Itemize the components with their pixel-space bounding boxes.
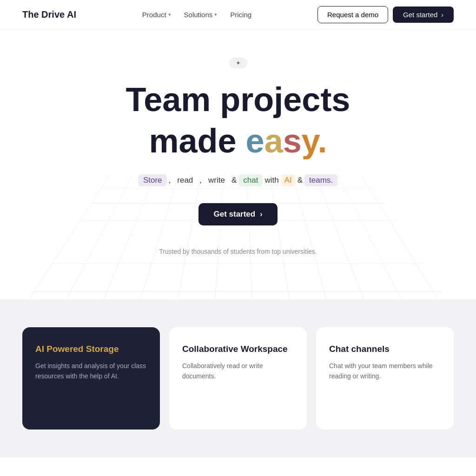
tag-teams: teams. xyxy=(304,174,337,186)
features-section: AI Powered Storage Get insights and anal… xyxy=(0,299,476,457)
feature-desc-chat: Chat with your team members while readin… xyxy=(329,361,441,382)
feature-card-ai-storage: AI Powered Storage Get insights and anal… xyxy=(22,327,160,430)
feature-title-collab: Collaborative Workspace xyxy=(182,344,294,354)
feature-card-collab: Collaborative Workspace Collaboratively … xyxy=(169,327,307,430)
get-started-nav-label: Get started xyxy=(403,11,437,19)
tag-ai: AI xyxy=(281,174,296,186)
hero-word-made: made xyxy=(149,122,246,159)
features-grid: AI Powered Storage Get insights and anal… xyxy=(22,327,454,430)
solutions-label: Solutions xyxy=(184,11,213,19)
tag-write: write xyxy=(204,174,230,186)
hero-section: ✦ Team projects made easy. Store , read … xyxy=(0,30,476,299)
hero-title-line2: made easy. xyxy=(9,122,467,160)
tag-with: with xyxy=(264,176,278,185)
tag-comma1: , xyxy=(169,176,171,185)
hero-tags: Store , read , write & chat with AI & te… xyxy=(9,174,467,186)
nav-actions: Request a demo Get started › xyxy=(317,6,454,23)
product-chevron-icon: ▾ xyxy=(168,12,171,18)
get-started-nav-button[interactable]: Get started › xyxy=(393,7,454,23)
feature-card-chat: Chat channels Chat with your team member… xyxy=(316,327,454,430)
tag-amp1: & xyxy=(231,176,237,185)
trust-text: Trusted by thousands of students from to… xyxy=(9,248,467,255)
product-nav-item[interactable]: Product ▾ xyxy=(138,8,176,21)
solutions-nav-item[interactable]: Solutions ▾ xyxy=(179,8,222,21)
tag-comma2: , xyxy=(199,176,202,185)
nav-links: Product ▾ Solutions ▾ Pricing xyxy=(138,8,256,21)
hero-cta-button[interactable]: Get started › xyxy=(198,203,277,225)
hero-word-s: s xyxy=(283,122,302,159)
hero-word-e: e xyxy=(246,122,264,159)
tag-amp2: & xyxy=(298,176,303,185)
tag-read: read xyxy=(172,174,198,186)
request-demo-button[interactable]: Request a demo xyxy=(317,6,388,23)
hero-word-dot: . xyxy=(317,122,327,159)
product-label: Product xyxy=(142,11,166,19)
brand-logo[interactable]: The Drive AI xyxy=(22,9,76,20)
hero-word-a: a xyxy=(264,122,283,159)
hero-cta-label: Get started xyxy=(213,210,255,219)
tag-chat: chat xyxy=(238,174,263,186)
hero-cta-arrow-icon: › xyxy=(260,210,262,218)
feature-desc-collab: Collaboratively read or write documents. xyxy=(182,361,294,382)
navbar: The Drive AI Product ▾ Solutions ▾ Prici… xyxy=(0,0,476,30)
hero-word-y: y xyxy=(302,122,318,159)
hero-badge: ✦ xyxy=(229,58,247,68)
feature-title-chat: Chat channels xyxy=(329,344,441,354)
pricing-nav-item[interactable]: Pricing xyxy=(225,8,256,21)
arrow-icon: › xyxy=(441,11,443,19)
solutions-chevron-icon: ▾ xyxy=(214,12,217,18)
feature-title-ai-storage: AI Powered Storage xyxy=(35,344,147,354)
tag-store: Store xyxy=(139,174,167,186)
feature-desc-ai-storage: Get insights and analysis of your class … xyxy=(35,361,147,382)
pricing-label: Pricing xyxy=(230,11,251,19)
hero-title-line1: Team projects xyxy=(9,81,467,118)
